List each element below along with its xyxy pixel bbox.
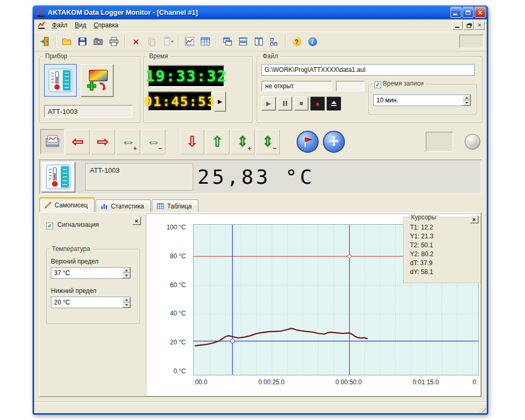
x-axis-tick: 0:: [472, 379, 478, 386]
app-window: AKTAKOM Data Logger Monitor - [Channel #…: [33, 5, 488, 415]
spin-down-icon: [125, 304, 128, 306]
play-icon: ▶: [266, 100, 271, 107]
scroll-down-button[interactable]: ⇩: [180, 129, 204, 154]
printer-icon: [109, 36, 119, 47]
menu-help[interactable]: Справка: [90, 20, 122, 30]
lower-limit-label: Нижний предел: [51, 287, 97, 295]
tile-vertical-button[interactable]: [251, 34, 266, 49]
cascade-windows-button[interactable]: [220, 34, 235, 49]
spin-down-icon: [465, 102, 468, 104]
spin-down-icon: [125, 275, 128, 277]
time-mode-button[interactable]: ▶: [214, 91, 226, 111]
mdi-restore-button[interactable]: [464, 21, 474, 30]
cascade-icon: [222, 36, 233, 47]
tab-table[interactable]: Таблица: [152, 200, 198, 212]
alarm-checkbox[interactable]: ✓: [46, 223, 53, 229]
channel-value: 25,83 °C: [197, 163, 478, 191]
y-axis-labels: 0 °C20 °C40 °C60 °C80 °C100 °C: [158, 224, 190, 375]
upper-limit-spinner[interactable]: [122, 267, 131, 279]
title-bar[interactable]: AKTAKOM Data Logger Monitor - [Channel #…: [33, 5, 488, 19]
add-device-button[interactable]: [81, 64, 113, 97]
zoom-x-out-button[interactable]: ⇔−: [141, 129, 165, 154]
help-button[interactable]: ?: [289, 34, 304, 49]
zoom-y-in-button[interactable]: ⇕+: [230, 129, 255, 154]
copy-button[interactable]: [144, 34, 159, 49]
channel-window-icon: [37, 21, 46, 29]
zoom-y-icon: ⇕: [262, 135, 274, 149]
tile-horizontal-button[interactable]: [236, 34, 250, 49]
tab-label: Самописец: [55, 202, 88, 209]
mdi-minimize-button[interactable]: [453, 21, 463, 30]
y-axis-tick: 80 °C: [158, 253, 190, 260]
play-button[interactable]: ▶: [261, 97, 276, 110]
zoom-x-in-button[interactable]: ⇔+: [116, 129, 140, 154]
record-time-checkbox[interactable]: ✓: [374, 81, 381, 88]
toolbar-separator: [285, 35, 286, 48]
check-icon: ✓: [47, 223, 52, 229]
tab-recorder[interactable]: Самописец: [39, 197, 94, 212]
tab-label: Таблица: [167, 203, 192, 210]
cursor-1-marker: [230, 339, 235, 343]
file-status: не открыт: [261, 81, 332, 91]
minimize-icon: [453, 14, 457, 15]
record-interval-input[interactable]: [373, 94, 463, 106]
channel-icon-button[interactable]: [41, 162, 75, 192]
save-button[interactable]: [75, 34, 90, 49]
current-time-display: 19:33:32: [148, 65, 225, 87]
exit-button[interactable]: [37, 34, 52, 49]
spin-up-icon: [125, 269, 128, 271]
scroll-left-button[interactable]: ⇦: [66, 129, 90, 154]
open-button[interactable]: [59, 34, 74, 49]
maximize-button[interactable]: [463, 7, 474, 18]
statistics-bars-icon: [100, 202, 108, 210]
stop-button[interactable]: ■: [294, 97, 308, 110]
lower-limit-spinner[interactable]: [122, 297, 131, 308]
arrange-icons-button[interactable]: [267, 34, 282, 49]
pan-cross-icon: [328, 135, 340, 148]
alarm-checkbox-row[interactable]: ✓ Сигнализация: [46, 221, 99, 229]
about-button[interactable]: i: [305, 34, 320, 49]
open-folder-icon: [61, 36, 72, 47]
file-group: Файл не открыт ▶ ■ ● ✓ Время записи: [257, 52, 482, 123]
cursor-2-marker: [347, 254, 352, 259]
thermometer-icon: [48, 68, 72, 92]
scroll-right-button[interactable]: ⇨: [91, 129, 115, 154]
zoom-y-out-button[interactable]: ⇕−: [256, 129, 280, 154]
upper-limit-label: Верхний предел: [51, 258, 98, 265]
tab-statistics[interactable]: Статистика: [96, 200, 151, 212]
settings-close-button[interactable]: ×: [132, 217, 141, 225]
print-button[interactable]: [107, 34, 121, 49]
cursor-flag-button[interactable]: [297, 131, 319, 153]
cursors-close-button[interactable]: ×: [470, 215, 478, 223]
recorder-pen-icon: [44, 201, 52, 209]
minimize-button[interactable]: [450, 7, 461, 18]
paste-button[interactable]: ▾: [160, 34, 175, 49]
pause-button[interactable]: [278, 97, 292, 110]
record-interval-spinner[interactable]: [463, 94, 471, 106]
save-disk-icon: [77, 36, 88, 47]
device-group-label: Прибор: [43, 52, 69, 60]
y-axis-tick: 20 °C: [158, 339, 190, 346]
delete-button[interactable]: ×: [129, 34, 143, 49]
recorder-mode-button[interactable]: [40, 129, 65, 154]
upper-limit-input[interactable]: [51, 267, 122, 279]
resize-grip-icon[interactable]: [479, 405, 486, 413]
cursor-t1-value: T1: 12.2: [404, 223, 480, 232]
device-channel-button[interactable]: [44, 64, 77, 97]
snapshot-button[interactable]: [91, 34, 106, 49]
menu-view[interactable]: Вид: [71, 20, 90, 30]
status-bar: [34, 402, 487, 413]
close-button[interactable]: ×: [475, 7, 486, 18]
file-path-input[interactable]: [261, 64, 475, 76]
scroll-up-button[interactable]: ⇧: [205, 129, 229, 154]
lower-limit-input[interactable]: [51, 297, 122, 308]
menu-file[interactable]: Файл: [48, 20, 71, 30]
record-button[interactable]: ●: [310, 97, 324, 110]
mdi-close-button[interactable]: ×: [475, 21, 485, 30]
spin-up-icon: [465, 97, 468, 99]
eject-button[interactable]: [327, 97, 341, 110]
record-time-label: Время записи: [383, 80, 424, 87]
table-view-button[interactable]: [198, 34, 213, 49]
pan-button[interactable]: [323, 131, 345, 153]
chart-setup-button[interactable]: [182, 34, 197, 49]
